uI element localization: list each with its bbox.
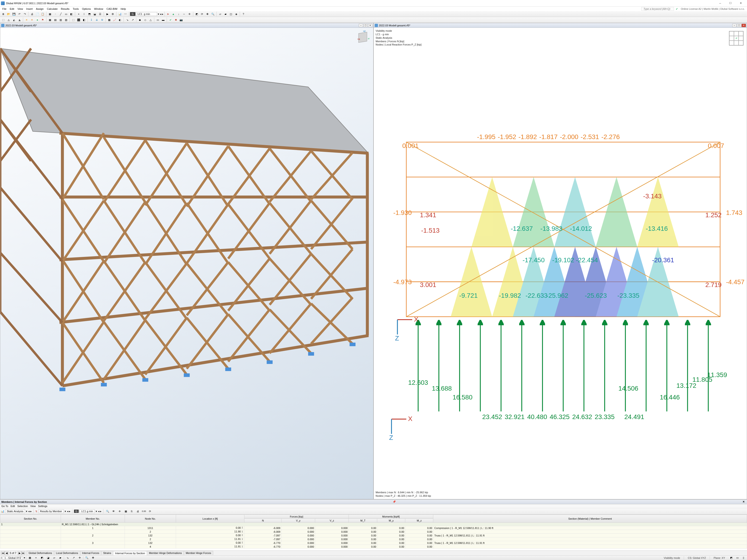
t2-diag[interactable]: ◐ xyxy=(118,17,123,22)
menu-view[interactable]: View xyxy=(16,7,25,11)
filter-icon[interactable]: 🔍 xyxy=(105,509,110,514)
menu-assign[interactable]: Assign xyxy=(34,7,45,11)
print-icon[interactable]: 🖨 xyxy=(29,11,34,17)
open-icon[interactable]: 📂 xyxy=(6,11,11,17)
ucs-icon[interactable]: ⟟ xyxy=(81,11,86,17)
t2-node[interactable]: ● xyxy=(35,17,40,22)
submenu-settings[interactable]: Settings xyxy=(38,505,47,507)
tab-internal-forces-by-section[interactable]: Internal Forces by Section xyxy=(113,551,147,555)
pan-icon[interactable]: ✥ xyxy=(205,11,210,17)
menu-file[interactable]: File xyxy=(1,7,8,11)
eye-icon[interactable]: 👁 xyxy=(111,509,116,514)
tab-local-deformations[interactable]: Local Deformations xyxy=(54,551,80,555)
solid-view-icon[interactable]: ▰ xyxy=(223,11,228,17)
transparent-icon[interactable]: ◫ xyxy=(228,11,233,17)
pane-close-button[interactable]: ✕ xyxy=(742,24,746,27)
grid-icon[interactable]: ▦ xyxy=(47,11,53,17)
menu-cad-bim[interactable]: CAD-BIM xyxy=(105,7,119,11)
submenu-view[interactable]: View xyxy=(30,505,36,507)
export-icon[interactable]: ⎘ xyxy=(129,509,134,514)
t2-4[interactable]: ◮ xyxy=(17,17,22,22)
view2-icon[interactable]: ⬓ xyxy=(92,11,97,17)
t2-arrow[interactable]: ↘ xyxy=(125,17,130,22)
t2-arrow2[interactable]: ↗ xyxy=(130,17,135,22)
results-table[interactable]: Section No. Member No. Node No. Location… xyxy=(0,514,747,549)
pane-max-button[interactable]: ☐ xyxy=(737,24,741,27)
refresh-icon[interactable]: ⟳ xyxy=(148,509,153,514)
sb-icon-11[interactable]: ✥ xyxy=(91,555,96,560)
dim-icon[interactable]: ↔ xyxy=(182,11,187,17)
t2-grid4[interactable]: ▧ xyxy=(63,17,69,22)
sb-icon-1[interactable]: ▦ xyxy=(27,555,32,560)
table-row[interactable]: 211.91 ⊻-7.0970.0000.0000.000.000.00 xyxy=(0,537,747,541)
sb-icon-iso[interactable]: ◩ xyxy=(729,555,734,560)
tab-internal-forces[interactable]: Internal Forces xyxy=(80,551,101,555)
sb-icon-9[interactable]: ✛ xyxy=(77,555,82,560)
tab-strains[interactable]: Strains xyxy=(101,551,113,555)
t2-grid1[interactable]: ▦ xyxy=(47,17,53,22)
zoom-icon[interactable]: 🔍 xyxy=(210,11,215,17)
t2-chart[interactable]: 📈 xyxy=(112,17,117,22)
t2-2[interactable]: ◬ xyxy=(6,17,11,22)
submenu-goto[interactable]: Go To xyxy=(1,505,8,507)
support-icon[interactable]: ▲ xyxy=(171,11,176,17)
sb-icon-3[interactable]: ◩ xyxy=(40,555,45,560)
table-row[interactable]: 411.91 ⊻-6.7700.0000.0000.000.000.00 xyxy=(0,545,747,549)
decimal-icon[interactable]: 0.00 xyxy=(141,509,147,514)
t2-load2[interactable]: ⇊ xyxy=(94,17,99,22)
menu-edit[interactable]: Edit xyxy=(8,7,16,11)
t2-layer2[interactable]: ▬ xyxy=(161,17,166,22)
menu-results[interactable]: Results xyxy=(59,7,71,11)
submenu-edit[interactable]: Edit xyxy=(10,505,15,507)
iso-icon[interactable]: ◩ xyxy=(194,11,199,17)
redo-icon[interactable]: ↷ xyxy=(22,11,27,17)
help-icon[interactable]: ? xyxy=(241,11,246,17)
minimize-button[interactable]: ─ xyxy=(717,1,724,6)
panel-pin-button[interactable]: 📌 xyxy=(392,500,397,503)
t2-sel3[interactable]: ◧ xyxy=(81,17,86,22)
member-icon[interactable]: ╱ xyxy=(58,11,63,17)
t2-sel1[interactable]: ⬚ xyxy=(71,17,76,22)
menu-tools[interactable]: Tools xyxy=(71,7,80,11)
t2-grid2[interactable]: ▤ xyxy=(53,17,58,22)
sb-icon-4[interactable]: ◪ xyxy=(46,555,51,560)
t2-comp[interactable]: ✔ xyxy=(168,17,173,22)
loadcase-selector[interactable]: G LC1 g min ▾◂▸ xyxy=(130,12,163,16)
t2-grid3[interactable]: ▥ xyxy=(58,17,63,22)
t2-misc2[interactable]: ◇ xyxy=(143,17,148,22)
t2-flag[interactable]: ⚑ xyxy=(40,17,45,22)
menu-window[interactable]: Window xyxy=(93,7,105,11)
table-icon[interactable]: ▦ xyxy=(123,509,128,514)
sb-icon-5[interactable]: ▱ xyxy=(52,555,57,560)
menu-insert[interactable]: Insert xyxy=(25,7,34,11)
solid-icon[interactable]: ◧ xyxy=(69,11,74,17)
render-icon[interactable]: ◈ xyxy=(234,11,239,17)
menu-calculate[interactable]: Calculate xyxy=(46,7,59,11)
t2-misc1[interactable]: ◆ xyxy=(137,17,143,22)
t2-load1[interactable]: ↧ xyxy=(89,17,94,22)
axes-icon[interactable]: ✛ xyxy=(187,11,192,17)
tab-member-hinge-deformations[interactable]: Member Hinge Deformations xyxy=(147,551,184,555)
arrow-icon[interactable]: ➤ xyxy=(165,11,171,17)
t2-misc3[interactable]: △ xyxy=(148,17,153,22)
sb-icon-yz[interactable]: ▯ xyxy=(741,555,746,560)
surface-icon[interactable]: ▭ xyxy=(63,11,69,17)
view1-icon[interactable]: ⬒ xyxy=(87,11,92,17)
results-mode-field[interactable]: Results by Member xyxy=(38,509,64,513)
deform-icon[interactable]: 〰 xyxy=(123,11,128,17)
t2-layer1[interactable]: ▭ xyxy=(155,17,160,22)
t2-1[interactable]: ⬚ xyxy=(1,17,6,22)
sb-icon-2[interactable]: ⌖ xyxy=(33,555,38,560)
3d-canvas[interactable]: +X -Y +Z xyxy=(0,28,373,499)
t2-sun2[interactable]: ☀ xyxy=(29,17,34,22)
calculate-icon[interactable]: ▶ xyxy=(105,11,110,17)
pane-min-button[interactable]: ─ xyxy=(359,24,363,27)
pane-min-button[interactable]: ─ xyxy=(732,24,737,27)
table-row[interactable]: 113110.00 ⊼-6.0090.0000.0000.000.000.00C… xyxy=(0,526,747,530)
settings-icon[interactable]: ⚙ xyxy=(110,11,115,17)
report-icon[interactable]: 📄 xyxy=(35,11,40,17)
layer-icon[interactable]: ☰ xyxy=(98,11,103,17)
t2-cam[interactable]: 📷 xyxy=(179,17,184,22)
sb-icon-6[interactable]: ▰ xyxy=(58,555,63,560)
nav-last[interactable]: ⏭ xyxy=(22,551,25,555)
